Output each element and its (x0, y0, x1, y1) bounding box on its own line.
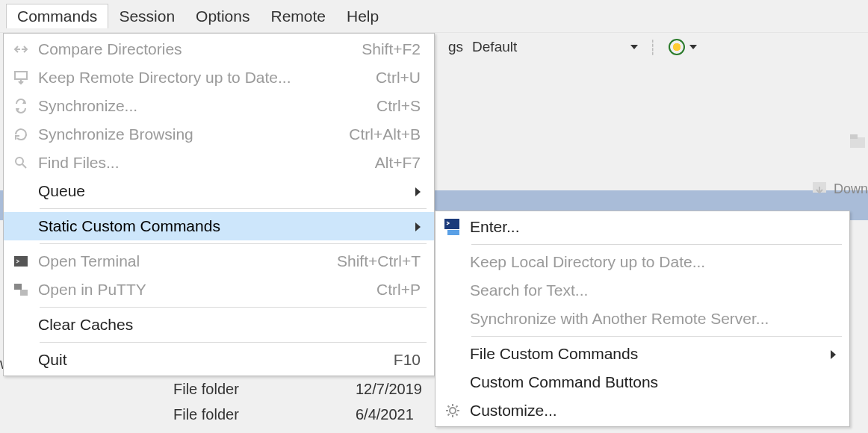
table-row[interactable]: File folder 6/4/2021 (0, 402, 60, 427)
commands-menu-item[interactable]: Queue (4, 177, 434, 205)
settings-label-partial: gs (448, 39, 463, 55)
download-label[interactable]: Down (834, 181, 868, 197)
menu-item-label: Open in PuTTY (38, 281, 362, 299)
menu-item-label: Keep Remote Directory up to Date... (38, 69, 361, 87)
submenu-arrow-icon (409, 182, 421, 200)
compare-icon (4, 41, 38, 57)
menu-item-label: Synchronize Browsing (38, 125, 334, 143)
commands-menu-item: Open TerminalShift+Ctrl+T (4, 247, 434, 275)
static-submenu-item: Keep Local Directory up to Date... (435, 248, 849, 276)
commands-menu-item[interactable]: QuitF10 (4, 346, 434, 374)
svg-rect-7 (20, 290, 28, 296)
submenu-arrow-icon (824, 345, 836, 363)
menu-item-label: Synchronize... (38, 97, 362, 115)
menu-remote[interactable]: Remote (260, 4, 336, 28)
menu-item-shortcut: F10 (379, 351, 421, 369)
static-submenu-item: Search for Text... (435, 276, 849, 305)
menu-commands[interactable]: Commands (6, 4, 108, 28)
menu-item-label: Keep Local Directory up to Date... (470, 253, 836, 271)
download-icon (810, 179, 829, 199)
menu-separator (40, 208, 427, 209)
menu-separator (40, 243, 427, 244)
commands-menu-item: Synchronize...Ctrl+S (4, 92, 434, 120)
menu-item-shortcut: Ctrl+P (362, 281, 421, 299)
menu-separator (40, 307, 427, 308)
menubar: Commands Session Options Remote Help (0, 0, 868, 33)
commands-menu-item: Compare DirectoriesShift+F2 (4, 35, 434, 63)
commands-menu-item: Keep Remote Directory up to Date...Ctrl+… (4, 63, 434, 92)
menu-item-shortcut: Shift+Ctrl+T (322, 252, 421, 270)
svg-rect-9 (447, 230, 459, 235)
menu-separator (40, 342, 427, 343)
static-submenu-item[interactable]: Enter... (435, 213, 849, 241)
menu-item-label: Search for Text... (470, 281, 836, 299)
terminal-icon (4, 253, 38, 270)
menu-item-shortcut: Ctrl+S (362, 97, 421, 115)
keep-remote-icon (4, 69, 38, 86)
menu-item-label: Compare Directories (38, 40, 347, 58)
commands-menu-item[interactable]: Static Custom Commands (4, 212, 434, 240)
menu-item-shortcut: Alt+F7 (360, 154, 421, 172)
file-type: File folder (173, 406, 308, 423)
commands-menu-item[interactable]: Clear Caches (4, 311, 434, 339)
menu-item-label: Open Terminal (38, 252, 322, 270)
static-custom-commands-submenu: Enter...Keep Local Directory up to Date.… (435, 211, 850, 427)
commands-menu-item: Find Files...Alt+F7 (4, 149, 434, 177)
menu-separator (471, 244, 842, 245)
static-submenu-item[interactable]: Customize... (435, 396, 849, 425)
menu-separator (471, 336, 842, 337)
sync-icon (4, 98, 38, 114)
menu-options[interactable]: Options (185, 4, 260, 28)
menu-item-shortcut: Shift+F2 (347, 40, 421, 58)
transfer-settings-dropdown[interactable]: Default (469, 39, 641, 55)
commands-dropdown: Compare DirectoriesShift+F2Keep Remote D… (3, 33, 435, 376)
svg-rect-6 (14, 284, 22, 290)
static-submenu-item[interactable]: File Custom Commands (435, 340, 849, 368)
menu-item-label: Find Files... (38, 154, 360, 172)
menu-item-label: Clear Caches (38, 316, 421, 334)
svg-rect-0 (850, 137, 865, 148)
chevron-down-icon[interactable] (689, 45, 697, 49)
find-icon (4, 155, 38, 171)
folder-icon (847, 130, 868, 151)
putty-icon (4, 281, 38, 298)
table-row[interactable]: File folder 12/7/2019 (0, 376, 60, 402)
submenu-arrow-icon (409, 217, 421, 235)
menu-item-shortcut: Ctrl+Alt+B (334, 125, 421, 143)
menu-item-label: Quit (38, 351, 379, 369)
menu-item-label: Queue (38, 182, 409, 200)
console-icon (435, 217, 470, 237)
gear-icon (435, 402, 470, 419)
menu-item-label: Customize... (470, 402, 836, 420)
menu-session[interactable]: Session (108, 4, 185, 28)
chevron-down-icon (630, 45, 638, 49)
menu-item-shortcut: Ctrl+U (361, 69, 421, 87)
refresh-icon[interactable] (669, 39, 685, 55)
menu-item-label: File Custom Commands (470, 345, 824, 363)
menu-item-label: Static Custom Commands (38, 217, 409, 235)
svg-rect-8 (444, 219, 459, 229)
menu-item-label: Custom Command Buttons (470, 373, 836, 391)
commands-menu-item: Open in PuTTYCtrl+P (4, 275, 434, 304)
static-submenu-item[interactable]: Custom Command Buttons (435, 368, 849, 396)
svg-rect-3 (15, 72, 27, 79)
menu-item-label: Enter... (470, 218, 836, 236)
menu-item-label: Synchronize with Another Remote Server..… (470, 310, 836, 328)
svg-point-10 (450, 408, 456, 414)
static-submenu-item: Synchronize with Another Remote Server..… (435, 305, 849, 333)
commands-menu-item: Synchronize BrowsingCtrl+Alt+B (4, 120, 434, 149)
svg-point-4 (16, 158, 23, 165)
menu-help[interactable]: Help (336, 4, 389, 28)
sync-browse-icon (4, 126, 38, 143)
file-type: File folder (173, 381, 308, 398)
dropdown-value: Default (472, 39, 517, 55)
svg-rect-1 (850, 134, 858, 139)
svg-rect-5 (14, 256, 28, 267)
